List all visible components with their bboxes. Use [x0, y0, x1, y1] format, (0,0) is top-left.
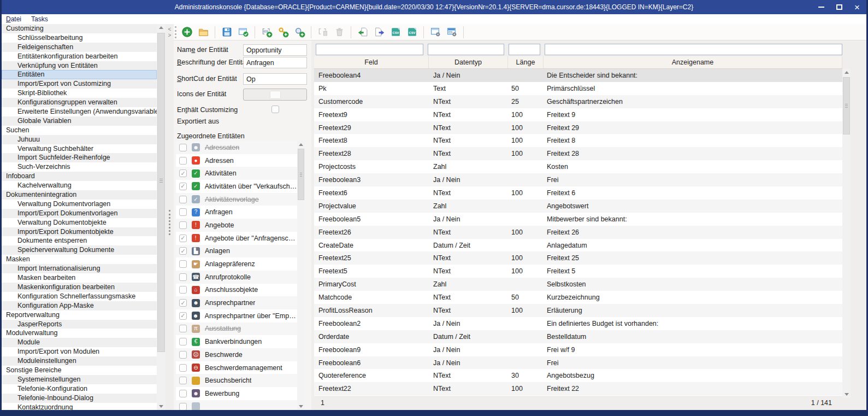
entity-list-item[interactable]: Besuchsbericht: [176, 374, 297, 387]
entity-checkbox[interactable]: ✓: [179, 247, 187, 255]
sidebar-item[interactable]: Entitäten: [2, 70, 157, 79]
sidebar-item[interactable]: Suchen: [2, 126, 157, 135]
table-row[interactable]: CustomercodeNText25Geschäftspartnerzeich…: [314, 95, 842, 108]
entity-list-item[interactable]: [176, 400, 297, 410]
sidebar-item[interactable]: Maskenkonfiguration bearbeiten: [2, 283, 157, 292]
entity-checkbox[interactable]: [179, 260, 187, 268]
toolbar-grip[interactable]: [175, 26, 176, 38]
entity-checkbox[interactable]: [179, 221, 187, 229]
entity-checkbox[interactable]: [179, 196, 187, 203]
sidebar-item[interactable]: Konfigurationsgruppen verwalten: [2, 98, 157, 107]
sidebar-item[interactable]: Speicherverwaltung Dokumente: [2, 245, 157, 255]
scroll-up-icon[interactable]: [297, 141, 305, 148]
mask-settings-button[interactable]: [445, 25, 459, 39]
import-button[interactable]: [356, 25, 370, 39]
scroll-up-icon[interactable]: [842, 69, 851, 76]
sidebar-item[interactable]: Erweiterte Einstellungen (Anwendungsvari…: [2, 107, 157, 116]
entity-checkbox[interactable]: ✓: [179, 235, 187, 242]
sidebar-item[interactable]: Infoboard: [2, 172, 157, 181]
entity-scroll-thumb[interactable]: [298, 149, 304, 200]
table-row[interactable]: Freetext28NText100Freitext 28: [314, 147, 842, 160]
sidebar-item[interactable]: Import Internationalisierung: [2, 264, 157, 273]
sidebar-item[interactable]: Import/Export Dokumentobjekte: [2, 227, 157, 237]
sidebar-item[interactable]: Module: [2, 338, 157, 347]
table-row[interactable]: Freetext25NText100Freitext 25: [314, 251, 842, 265]
entity-icons-button[interactable]: [243, 89, 307, 101]
table-row[interactable]: Freeboolean2Ja / NeinEin definiertes Bud…: [314, 317, 842, 330]
entity-list-item[interactable]: ✓!Angebote über "Anfragenschl...: [176, 232, 297, 245]
sidebar-item[interactable]: Systemeinstellungen: [2, 375, 157, 384]
filter-datentyp-input[interactable]: [428, 44, 504, 55]
table-row[interactable]: PrimaryCostZahlSelbstkosten: [314, 278, 842, 291]
open-button[interactable]: [196, 25, 210, 39]
entity-list-item[interactable]: ⌂Anschlussobjekte: [176, 284, 297, 297]
entity-checkbox[interactable]: [179, 364, 187, 372]
sidebar-item[interactable]: Dokumente entsperren: [2, 236, 157, 245]
entity-list-item[interactable]: ●Adressen: [176, 154, 297, 167]
window-settings-button[interactable]: [428, 25, 442, 39]
table-row[interactable]: QuotereferenceNText30Angebotsbezug: [314, 369, 842, 382]
table-row[interactable]: ProjectvalueZahlAngebotswert: [314, 200, 842, 213]
table-row[interactable]: ProjectcostsZahlKosten: [314, 160, 842, 173]
scroll-down-icon[interactable]: [157, 403, 166, 410]
close-button[interactable]: ×: [852, 2, 863, 12]
entity-list-item[interactable]: ✓✓Aktivitäten: [176, 167, 297, 180]
table-row[interactable]: Freetext6NText100Freitext 6: [314, 186, 842, 200]
filter-laenge-input[interactable]: [509, 44, 540, 55]
sidebar-item[interactable]: Import/Export von Modulen: [2, 347, 157, 356]
sidebar-item[interactable]: Kachelverwaltung: [2, 181, 157, 190]
sidebar-scroll-thumb[interactable]: [157, 33, 165, 352]
entity-checkbox[interactable]: [179, 338, 187, 345]
entity-list-item[interactable]: ☎Anrufprotokolle: [176, 271, 297, 284]
entity-checkbox[interactable]: [179, 377, 187, 384]
sidebar-item[interactable]: Masken: [2, 255, 157, 264]
sidebar-item[interactable]: Masken bearbeiten: [2, 273, 157, 283]
table-row[interactable]: Freeboolean4Ja / NeinDie Entscheider sin…: [314, 69, 842, 82]
scroll-up-icon[interactable]: [157, 24, 166, 31]
table-row[interactable]: Freeboolean5Ja / NeinMitbewerber sind be…: [314, 213, 842, 226]
title-bar[interactable]: Administrationskonsole {Database=ORACLE}…: [0, 0, 868, 14]
splitter-collapse-icon[interactable]: <>: [167, 26, 173, 38]
sidebar-item[interactable]: Moduleinstellungen: [2, 356, 157, 366]
sidebar-item[interactable]: Such-Verzeichnis: [2, 162, 157, 172]
filter-feld-input[interactable]: [316, 44, 423, 55]
sidebar-item[interactable]: Telefonie-Konfiguration: [2, 384, 157, 394]
entity-list-item[interactable]: πAusstattung: [176, 323, 297, 336]
export-button[interactable]: [372, 25, 386, 39]
table-row[interactable]: PkText50Primärschlüssel: [314, 82, 842, 95]
sidebar-item[interactable]: Entitätenkonfiguration bearbeiten: [2, 52, 157, 61]
csv-import-button[interactable]: CSV: [388, 25, 403, 39]
save-button[interactable]: [220, 25, 234, 39]
sidebar-scrollbar[interactable]: [157, 24, 166, 410]
entity-list-item[interactable]: ☹Beschwerde: [176, 348, 297, 361]
entity-caption-input[interactable]: [243, 57, 307, 68]
entity-checkbox[interactable]: [179, 208, 187, 216]
entity-list-item[interactable]: ✓☻Ansprechpartner: [176, 296, 297, 309]
menu-tasks[interactable]: Tasks: [31, 15, 48, 23]
entity-list-item[interactable]: ☛Anlagepräferenz: [176, 257, 297, 271]
table-scroll-thumb[interactable]: [843, 77, 850, 134]
entity-list-item[interactable]: ☻Adressaten: [176, 141, 297, 154]
entity-checkbox[interactable]: [179, 273, 187, 281]
entity-shortcut-input[interactable]: [243, 73, 307, 85]
sidebar-item[interactable]: Kontaktzuordnung: [2, 403, 157, 410]
entity-checkbox[interactable]: [179, 390, 187, 397]
table-row[interactable]: Freetext22NText100Freitext 22: [314, 382, 842, 395]
entity-checkbox[interactable]: [179, 403, 187, 410]
table-row[interactable]: Freeboolean6Ja / NeinFrei: [314, 356, 842, 370]
sidebar-item[interactable]: Dokumentenintegration: [2, 190, 157, 200]
entity-list-item[interactable]: €Bankverbindungen: [176, 335, 297, 348]
table-row[interactable]: CreateDateDatum / ZeitAnlagedatum: [314, 239, 842, 252]
entity-list-scrollbar[interactable]: [297, 141, 305, 410]
sidebar-item[interactable]: Import/Export Dokumentvorlagen: [2, 209, 157, 218]
table-row[interactable]: Freetext8NText100Freitext 8: [314, 134, 842, 147]
new-button[interactable]: [180, 25, 194, 39]
sidebar-item[interactable]: Verknüpfung von Entitäten: [2, 61, 157, 71]
entity-checkbox[interactable]: ✓: [179, 299, 187, 307]
sidebar-item[interactable]: Customizing: [2, 24, 157, 33]
column-header[interactable]: Datentyp: [429, 56, 508, 68]
sidebar-item[interactable]: Verwaltung Suchbehälter: [2, 144, 157, 154]
entity-list-item[interactable]: ✓Aktivitätenvorlage: [176, 193, 297, 206]
entity-checkbox[interactable]: ✓: [179, 169, 187, 177]
scroll-down-icon[interactable]: [842, 391, 851, 398]
